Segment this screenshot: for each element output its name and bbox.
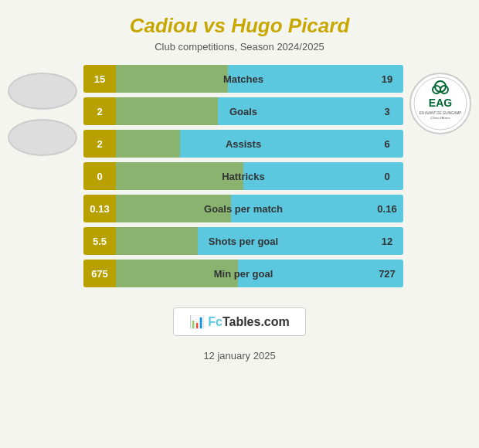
chart-icon: 📊 (189, 315, 205, 328)
player2-avatar (8, 119, 77, 156)
stat-row: 2Assists6 (83, 130, 403, 158)
subtitle: Club competitions, Season 2024/2025 (15, 41, 464, 53)
stat-bar: Goals per match (116, 195, 371, 222)
stat-fill (116, 65, 228, 93)
fctables-logo: 📊FcTables.com (173, 307, 306, 336)
stat-right-value: 727 (371, 260, 403, 287)
stat-left-value: 675 (83, 260, 116, 287)
stat-left-value: 2 (83, 97, 116, 125)
stat-row: 5.5Shots per goal12 (83, 227, 403, 255)
stat-left-value: 0.13 (83, 195, 116, 222)
stat-right-value: 0.16 (371, 195, 403, 222)
stat-label: Matches (223, 73, 263, 85)
stat-fill (116, 227, 198, 255)
svg-text:Côtes d'Armor: Côtes d'Armor (430, 116, 450, 120)
stat-row: 675Min per goal727 (83, 260, 403, 287)
stat-bar: Goals (116, 97, 371, 125)
stat-right-value: 19 (371, 65, 403, 93)
stat-right-value: 6 (371, 130, 403, 158)
stat-left-value: 15 (83, 65, 116, 93)
stat-row: 15Matches19 (83, 65, 403, 93)
stat-label: Shots per goal (209, 236, 278, 247)
stat-left-value: 0 (83, 162, 116, 190)
club-logo: EAG EN AVANT DE GUINGAMP Côtes d'Armor (409, 73, 471, 134)
stat-left-value: 5.5 (83, 227, 116, 255)
svg-text:EAG: EAG (429, 97, 452, 109)
stat-bar: Shots per goal (116, 227, 371, 255)
stat-right-value: 3 (371, 97, 403, 125)
tables-text: Tables.com (223, 315, 290, 328)
stat-row: 2Goals3 (83, 97, 403, 125)
stat-left-value: 2 (83, 130, 116, 158)
main-content: 15Matches192Goals32Assists60Hattricks00.… (0, 65, 479, 287)
stat-right-value: 12 (371, 227, 403, 255)
stat-label: Hattricks (222, 171, 265, 182)
stat-fill (116, 130, 180, 158)
fc-text: Fc (208, 315, 223, 328)
stat-bar: Min per goal (116, 260, 371, 287)
svg-text:EN AVANT DE GUINGAMP: EN AVANT DE GUINGAMP (420, 111, 462, 115)
left-avatars (8, 73, 77, 156)
stat-label: Goals (229, 106, 257, 117)
stat-label: Goals per match (204, 203, 283, 215)
footer-date: 12 january 2025 (0, 350, 479, 361)
stat-bar: Matches (116, 65, 371, 93)
right-logo: EAG EN AVANT DE GUINGAMP Côtes d'Armor (409, 73, 471, 134)
stat-fill (116, 97, 218, 125)
player1-avatar (8, 73, 77, 110)
eag-logo-svg: EAG EN AVANT DE GUINGAMP Côtes d'Armor (413, 76, 468, 131)
header: Cadiou vs Hugo Picard Club competitions,… (0, 0, 479, 57)
stat-bar: Hattricks (116, 162, 371, 190)
page-title: Cadiou vs Hugo Picard (15, 14, 464, 38)
stat-right-value: 0 (371, 162, 403, 190)
page-container: Cadiou vs Hugo Picard Club competitions,… (0, 0, 479, 448)
stat-row: 0.13Goals per match0.16 (83, 195, 403, 222)
stat-label: Assists (226, 138, 261, 150)
stat-label: Min per goal (214, 268, 273, 280)
footer-section: 📊FcTables.com (0, 300, 479, 344)
stats-rows: 15Matches192Goals32Assists60Hattricks00.… (83, 65, 403, 287)
stat-bar: Assists (116, 130, 371, 158)
stat-row: 0Hattricks0 (83, 162, 403, 190)
